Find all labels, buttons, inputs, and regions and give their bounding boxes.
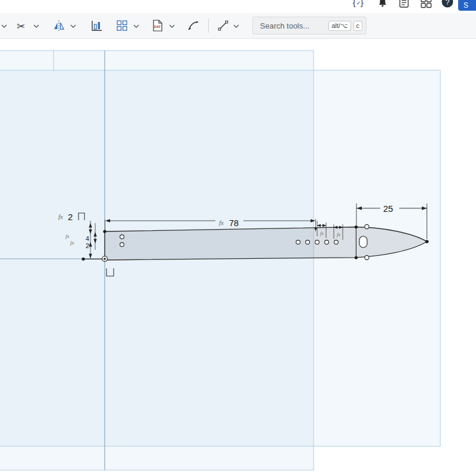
- svg-text:✂: ✂: [17, 20, 25, 32]
- cad-app-window: { ✓ } ? S ✂: [0, 0, 476, 476]
- sketch-canvas[interactable]: fx 2 fx fx 4 2: [0, 39, 476, 476]
- dim-25-value: 25: [383, 203, 393, 214]
- sketch-point[interactable]: [334, 240, 339, 245]
- sketch-point[interactable]: [315, 240, 320, 245]
- fx-label: fx: [337, 232, 340, 237]
- vertex-point[interactable]: [315, 228, 317, 230]
- sketch-point[interactable]: [365, 255, 369, 259]
- vertex-point[interactable]: [355, 226, 358, 228]
- chevron-down-icon[interactable]: [133, 24, 139, 28]
- fx-label: fx: [65, 233, 70, 239]
- trim-scissors-icon[interactable]: ✂: [15, 19, 29, 32]
- dim-78-value: 78: [229, 218, 239, 228]
- sketch-point[interactable]: [365, 224, 369, 228]
- slot-glyph[interactable]: [359, 236, 367, 248]
- notifications-bell-icon[interactable]: [376, 0, 389, 9]
- mirror-icon[interactable]: [52, 19, 65, 32]
- dim-2-value: 2: [68, 212, 73, 222]
- line-tool-icon[interactable]: [217, 19, 230, 32]
- dim-small-value: 4: [86, 235, 89, 242]
- apps-grid-icon[interactable]: [419, 0, 433, 9]
- fx-label: fx: [320, 231, 324, 236]
- pattern-grid-icon[interactable]: [115, 19, 129, 32]
- chevron-down-icon[interactable]: [1, 24, 7, 28]
- sketch-toolbar: ✂ DXF: [0, 13, 476, 39]
- measure-icon[interactable]: [187, 19, 200, 32]
- inspect-icon[interactable]: [90, 19, 104, 32]
- dxf-import-icon[interactable]: DXF: [151, 19, 164, 32]
- sketch-point[interactable]: [306, 240, 310, 245]
- sketch-point[interactable]: [120, 243, 124, 247]
- dim-small-value: 2: [86, 242, 89, 249]
- document-icon[interactable]: [397, 0, 411, 9]
- svg-text:}: }: [361, 0, 364, 7]
- account-button[interactable]: S: [458, 0, 476, 11]
- blade-profile[interactable]: [105, 227, 427, 261]
- chevron-down-icon[interactable]: [33, 24, 39, 28]
- toolbar-separator: [208, 18, 209, 33]
- sketch-viewport: fx 2 fx fx 4 2: [0, 39, 476, 476]
- vertex-point[interactable]: [82, 258, 84, 261]
- origin-dot: [104, 258, 105, 259]
- svg-text:DXF: DXF: [154, 25, 161, 29]
- top-bar: { ✓ } ? S: [0, 0, 476, 13]
- sketch-point[interactable]: [325, 240, 329, 245]
- fx-label: fx: [58, 213, 63, 220]
- shortcut-key-c: c: [353, 21, 363, 31]
- tool-search-input[interactable]: Search tools... alt/⌥ c: [252, 17, 367, 35]
- shortcut-key-alt: alt/⌥: [328, 21, 350, 31]
- vertex-point[interactable]: [103, 230, 106, 233]
- vertex-point[interactable]: [355, 256, 358, 259]
- sketch-origin[interactable]: [102, 256, 108, 262]
- help-icon[interactable]: ?: [441, 0, 454, 9]
- chevron-down-icon[interactable]: [169, 24, 175, 28]
- chevron-down-icon[interactable]: [70, 24, 76, 28]
- chevron-down-icon[interactable]: [233, 24, 239, 28]
- svg-text:?: ?: [446, 0, 450, 7]
- fx-label: fx: [219, 219, 224, 226]
- svg-text:{: {: [353, 0, 356, 7]
- vertex-point[interactable]: [425, 240, 429, 243]
- sketch-point[interactable]: [120, 235, 124, 239]
- fx-label: fx: [70, 240, 74, 246]
- sketch-point[interactable]: [296, 240, 300, 245]
- braces-icon[interactable]: { ✓ }: [352, 0, 365, 9]
- tool-search-placeholder: Search tools...: [260, 21, 326, 30]
